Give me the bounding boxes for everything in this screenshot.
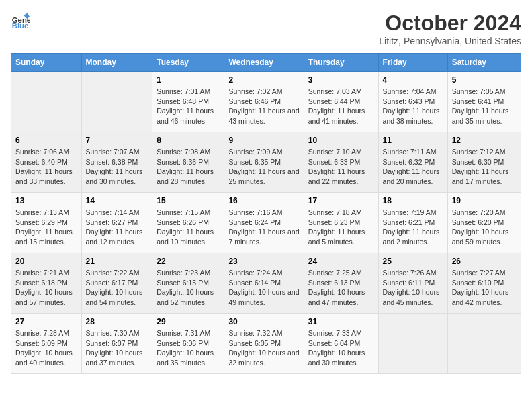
day-cell: 4Sunrise: 7:04 AMSunset: 6:43 PMDaylight… bbox=[378, 72, 447, 132]
day-number: 5 bbox=[452, 75, 517, 85]
day-cell: 17Sunrise: 7:18 AMSunset: 6:23 PMDayligh… bbox=[304, 193, 378, 253]
header-cell-friday: Friday bbox=[378, 54, 447, 72]
day-number: 31 bbox=[308, 317, 374, 326]
main-title: October 2024 bbox=[379, 11, 521, 36]
day-number: 10 bbox=[308, 136, 374, 145]
day-info: Sunrise: 7:31 AMSunset: 6:06 PMDaylight:… bbox=[157, 328, 220, 368]
day-info: Sunrise: 7:28 AMSunset: 6:09 PMDaylight:… bbox=[15, 328, 77, 368]
day-info: Sunrise: 7:05 AMSunset: 6:41 PMDaylight:… bbox=[452, 87, 517, 126]
header: General Blue October 2024 Lititz, Pennsy… bbox=[11, 11, 521, 46]
day-number: 21 bbox=[86, 257, 148, 266]
day-info: Sunrise: 7:20 AMSunset: 6:20 PMDaylight:… bbox=[452, 208, 517, 247]
day-number: 29 bbox=[157, 317, 220, 326]
day-info: Sunrise: 7:11 AMSunset: 6:32 PMDaylight:… bbox=[383, 147, 443, 187]
day-info: Sunrise: 7:27 AMSunset: 6:10 PMDaylight:… bbox=[452, 268, 517, 308]
day-cell: 30Sunrise: 7:32 AMSunset: 6:05 PMDayligh… bbox=[224, 314, 304, 374]
day-number: 30 bbox=[228, 317, 299, 326]
day-info: Sunrise: 7:22 AMSunset: 6:17 PMDaylight:… bbox=[86, 268, 148, 308]
day-cell: 26Sunrise: 7:27 AMSunset: 6:10 PMDayligh… bbox=[447, 253, 521, 314]
day-info: Sunrise: 7:21 AMSunset: 6:18 PMDaylight:… bbox=[15, 268, 77, 308]
day-number: 19 bbox=[452, 196, 517, 205]
day-cell: 12Sunrise: 7:12 AMSunset: 6:30 PMDayligh… bbox=[447, 132, 521, 193]
day-info: Sunrise: 7:14 AMSunset: 6:27 PMDaylight:… bbox=[86, 208, 148, 247]
day-cell: 29Sunrise: 7:31 AMSunset: 6:06 PMDayligh… bbox=[152, 314, 224, 374]
day-cell: 20Sunrise: 7:21 AMSunset: 6:18 PMDayligh… bbox=[11, 253, 82, 314]
day-cell bbox=[447, 314, 521, 374]
day-number: 20 bbox=[15, 257, 77, 266]
week-row-3: 13Sunrise: 7:13 AMSunset: 6:29 PMDayligh… bbox=[11, 193, 521, 253]
day-number: 17 bbox=[308, 196, 374, 205]
day-info: Sunrise: 7:18 AMSunset: 6:23 PMDaylight:… bbox=[308, 208, 374, 247]
day-number: 27 bbox=[15, 317, 77, 326]
day-info: Sunrise: 7:23 AMSunset: 6:15 PMDaylight:… bbox=[157, 268, 220, 308]
day-cell: 21Sunrise: 7:22 AMSunset: 6:17 PMDayligh… bbox=[81, 253, 152, 314]
day-info: Sunrise: 7:15 AMSunset: 6:26 PMDaylight:… bbox=[157, 208, 220, 247]
day-cell: 18Sunrise: 7:19 AMSunset: 6:21 PMDayligh… bbox=[378, 193, 447, 253]
day-cell: 11Sunrise: 7:11 AMSunset: 6:32 PMDayligh… bbox=[378, 132, 447, 193]
day-cell: 8Sunrise: 7:08 AMSunset: 6:36 PMDaylight… bbox=[152, 132, 224, 193]
day-info: Sunrise: 7:32 AMSunset: 6:05 PMDaylight:… bbox=[228, 328, 299, 368]
day-number: 12 bbox=[452, 136, 517, 145]
day-info: Sunrise: 7:19 AMSunset: 6:21 PMDaylight:… bbox=[383, 208, 443, 247]
day-number: 18 bbox=[383, 196, 443, 205]
day-number: 14 bbox=[86, 196, 148, 205]
day-info: Sunrise: 7:33 AMSunset: 6:04 PMDaylight:… bbox=[308, 328, 374, 368]
day-number: 22 bbox=[157, 257, 220, 266]
day-cell: 15Sunrise: 7:15 AMSunset: 6:26 PMDayligh… bbox=[152, 193, 224, 253]
day-number: 9 bbox=[228, 136, 299, 145]
day-info: Sunrise: 7:16 AMSunset: 6:24 PMDaylight:… bbox=[228, 208, 299, 247]
day-info: Sunrise: 7:26 AMSunset: 6:11 PMDaylight:… bbox=[383, 268, 443, 308]
day-number: 8 bbox=[157, 136, 220, 145]
header-cell-tuesday: Tuesday bbox=[152, 54, 224, 72]
header-cell-sunday: Sunday bbox=[11, 54, 82, 72]
day-number: 4 bbox=[383, 75, 443, 85]
logo: General Blue bbox=[11, 11, 30, 30]
week-row-5: 27Sunrise: 7:28 AMSunset: 6:09 PMDayligh… bbox=[11, 314, 521, 374]
header-cell-monday: Monday bbox=[81, 54, 152, 72]
day-cell: 13Sunrise: 7:13 AMSunset: 6:29 PMDayligh… bbox=[11, 193, 82, 253]
day-cell: 7Sunrise: 7:07 AMSunset: 6:38 PMDaylight… bbox=[81, 132, 152, 193]
day-cell bbox=[81, 72, 152, 132]
day-number: 26 bbox=[452, 257, 517, 266]
subtitle: Lititz, Pennsylvania, United States bbox=[379, 36, 521, 46]
day-cell: 1Sunrise: 7:01 AMSunset: 6:48 PMDaylight… bbox=[152, 72, 224, 132]
day-number: 15 bbox=[157, 196, 220, 205]
day-cell: 2Sunrise: 7:02 AMSunset: 6:46 PMDaylight… bbox=[224, 72, 304, 132]
day-info: Sunrise: 7:13 AMSunset: 6:29 PMDaylight:… bbox=[15, 208, 77, 247]
svg-text:Blue: Blue bbox=[12, 21, 29, 30]
header-row: SundayMondayTuesdayWednesdayThursdayFrid… bbox=[11, 54, 521, 72]
day-number: 24 bbox=[308, 257, 374, 266]
day-info: Sunrise: 7:30 AMSunset: 6:07 PMDaylight:… bbox=[86, 328, 148, 368]
day-cell: 10Sunrise: 7:10 AMSunset: 6:33 PMDayligh… bbox=[304, 132, 378, 193]
day-cell: 27Sunrise: 7:28 AMSunset: 6:09 PMDayligh… bbox=[11, 314, 82, 374]
day-cell: 3Sunrise: 7:03 AMSunset: 6:44 PMDaylight… bbox=[304, 72, 378, 132]
day-cell: 9Sunrise: 7:09 AMSunset: 6:35 PMDaylight… bbox=[224, 132, 304, 193]
day-info: Sunrise: 7:25 AMSunset: 6:13 PMDaylight:… bbox=[308, 268, 374, 308]
header-cell-thursday: Thursday bbox=[304, 54, 378, 72]
day-cell: 6Sunrise: 7:06 AMSunset: 6:40 PMDaylight… bbox=[11, 132, 82, 193]
day-cell: 5Sunrise: 7:05 AMSunset: 6:41 PMDaylight… bbox=[447, 72, 521, 132]
day-info: Sunrise: 7:09 AMSunset: 6:35 PMDaylight:… bbox=[228, 147, 299, 187]
day-info: Sunrise: 7:02 AMSunset: 6:46 PMDaylight:… bbox=[228, 87, 299, 126]
day-cell: 14Sunrise: 7:14 AMSunset: 6:27 PMDayligh… bbox=[81, 193, 152, 253]
day-number: 11 bbox=[383, 136, 443, 145]
day-info: Sunrise: 7:01 AMSunset: 6:48 PMDaylight:… bbox=[157, 87, 220, 126]
day-number: 3 bbox=[308, 75, 374, 85]
header-cell-saturday: Saturday bbox=[447, 54, 521, 72]
day-info: Sunrise: 7:03 AMSunset: 6:44 PMDaylight:… bbox=[308, 87, 374, 126]
week-row-4: 20Sunrise: 7:21 AMSunset: 6:18 PMDayligh… bbox=[11, 253, 521, 314]
day-number: 6 bbox=[15, 136, 77, 145]
day-info: Sunrise: 7:08 AMSunset: 6:36 PMDaylight:… bbox=[157, 147, 220, 187]
day-number: 28 bbox=[86, 317, 148, 326]
day-info: Sunrise: 7:06 AMSunset: 6:40 PMDaylight:… bbox=[15, 147, 77, 187]
logo-icon: General Blue bbox=[11, 11, 30, 30]
day-cell: 22Sunrise: 7:23 AMSunset: 6:15 PMDayligh… bbox=[152, 253, 224, 314]
day-number: 25 bbox=[383, 257, 443, 266]
week-row-1: 1Sunrise: 7:01 AMSunset: 6:48 PMDaylight… bbox=[11, 72, 521, 132]
day-number: 7 bbox=[86, 136, 148, 145]
day-cell: 24Sunrise: 7:25 AMSunset: 6:13 PMDayligh… bbox=[304, 253, 378, 314]
day-info: Sunrise: 7:24 AMSunset: 6:14 PMDaylight:… bbox=[228, 268, 299, 308]
day-info: Sunrise: 7:10 AMSunset: 6:33 PMDaylight:… bbox=[308, 147, 374, 187]
day-number: 23 bbox=[228, 257, 299, 266]
calendar-table: SundayMondayTuesdayWednesdayThursdayFrid… bbox=[11, 53, 521, 374]
